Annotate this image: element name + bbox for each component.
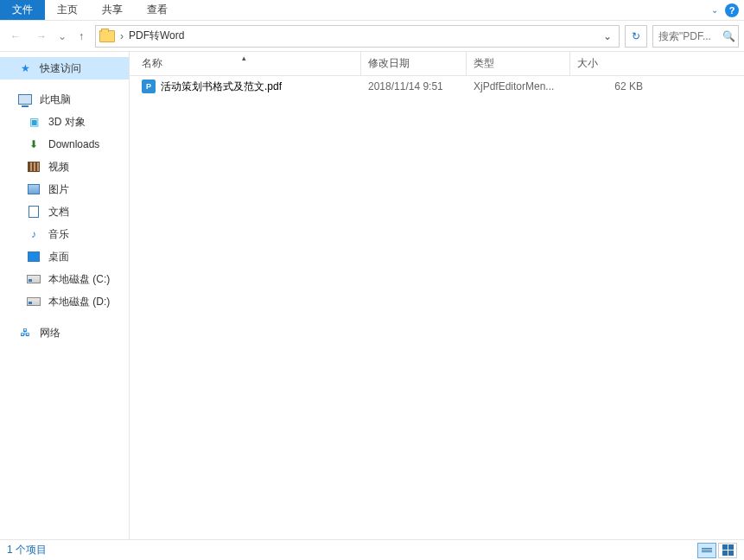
large-icons-view-icon [722, 544, 734, 556]
document-icon [26, 205, 41, 219]
disk-icon [26, 295, 41, 309]
details-view-icon [702, 548, 712, 552]
desktop-icon [26, 250, 41, 264]
column-headers: 名称 ▴ 修改日期 类型 大小 [130, 52, 744, 76]
sidebar-item-3d-objects[interactable]: ▣ 3D 对象 [0, 111, 129, 133]
network-icon: 🖧 [17, 326, 33, 340]
status-item-count: 1 个项目 [7, 543, 47, 557]
nav-forward-button[interactable]: → [31, 26, 52, 47]
search-icon: 🔍 [722, 30, 735, 42]
sidebar-item-label: 网络 [40, 326, 60, 340]
sidebar-item-label: Downloads [48, 138, 99, 150]
sidebar-item-label: 快速访问 [40, 61, 81, 76]
sidebar-item-music[interactable]: ♪ 音乐 [0, 223, 129, 245]
sidebar-item-downloads[interactable]: ⬇ Downloads [0, 133, 129, 156]
file-date: 2018/11/14 9:51 [361, 80, 467, 92]
view-details-button[interactable] [697, 543, 716, 558]
help-icon[interactable]: ? [725, 3, 739, 17]
nav-back-button[interactable]: ← [5, 26, 26, 47]
column-name[interactable]: 名称 ▴ [138, 52, 361, 75]
view-large-icons-button[interactable] [718, 543, 737, 558]
folder-icon [99, 30, 115, 42]
sidebar-item-disk-c[interactable]: 本地磁盘 (C:) [0, 268, 129, 290]
music-icon: ♪ [26, 227, 41, 241]
menu-view[interactable]: 查看 [135, 0, 180, 20]
main-area: ★ 快速访问 此电脑 ▣ 3D 对象 ⬇ Downloads 视频 [0, 52, 744, 539]
file-type: XjPdfEditorMen... [467, 80, 570, 92]
search-input[interactable] [658, 30, 719, 42]
breadcrumb-separator: › [120, 30, 124, 42]
sidebar-item-label: 音乐 [48, 227, 69, 242]
sidebar-item-label: 3D 对象 [48, 115, 86, 130]
file-name: 活动策划书格式及范文.pdf [161, 80, 282, 94]
column-label: 名称 [142, 56, 162, 71]
breadcrumb-folder[interactable]: PDF转Word [129, 29, 595, 43]
file-rows: P 活动策划书格式及范文.pdf 2018/11/14 9:51 XjPdfEd… [130, 76, 744, 539]
video-icon [26, 160, 41, 174]
sidebar-item-label: 文档 [48, 205, 69, 220]
menu-share[interactable]: 共享 [90, 0, 135, 20]
nav-bar: ← → ⌄ ↑ › PDF转Word ⌄ ↻ 🔍 [0, 21, 744, 52]
status-bar: 1 个项目 [0, 539, 744, 560]
download-icon: ⬇ [26, 137, 41, 151]
sidebar-item-label: 本地磁盘 (D:) [48, 295, 110, 309]
sidebar-network[interactable]: 🖧 网络 [0, 321, 129, 344]
address-history-dropdown[interactable]: ⌄ [600, 30, 615, 42]
menu-file[interactable]: 文件 [0, 0, 45, 20]
sidebar-this-pc[interactable]: 此电脑 [0, 88, 129, 111]
nav-recent-dropdown[interactable]: ⌄ [57, 26, 67, 47]
search-box[interactable]: 🔍 [652, 25, 739, 48]
sidebar-item-disk-d[interactable]: 本地磁盘 (D:) [0, 290, 129, 313]
menu-bar: 文件 主页 共享 查看 ⌄ ? [0, 0, 744, 21]
sidebar-item-documents[interactable]: 文档 [0, 200, 129, 223]
file-size: 62 KB [570, 80, 657, 92]
sort-indicator-icon: ▴ [242, 54, 246, 62]
disk-icon [26, 272, 41, 286]
refresh-button[interactable]: ↻ [625, 25, 647, 48]
column-size[interactable]: 大小 [570, 52, 657, 75]
sidebar-item-label: 桌面 [48, 250, 69, 264]
sidebar: ★ 快速访问 此电脑 ▣ 3D 对象 ⬇ Downloads 视频 [0, 52, 130, 539]
sidebar-item-pictures[interactable]: 图片 [0, 178, 129, 200]
ribbon-expand-icon[interactable]: ⌄ [711, 5, 718, 15]
pc-icon [17, 92, 33, 106]
sidebar-item-label: 图片 [48, 182, 69, 197]
address-bar[interactable]: › PDF转Word ⌄ [95, 25, 620, 48]
sidebar-item-label: 此电脑 [40, 92, 71, 107]
file-pane: 名称 ▴ 修改日期 类型 大小 P 活动策划书格式及范文.pdf 2018/11… [130, 52, 744, 539]
nav-up-button[interactable]: ↑ [73, 30, 90, 42]
sidebar-item-desktop[interactable]: 桌面 [0, 245, 129, 268]
column-type[interactable]: 类型 [467, 52, 570, 75]
cube-icon: ▣ [26, 115, 41, 129]
sidebar-item-videos[interactable]: 视频 [0, 156, 129, 178]
image-icon [26, 182, 41, 196]
pdf-icon: P [142, 80, 156, 93]
file-row[interactable]: P 活动策划书格式及范文.pdf 2018/11/14 9:51 XjPdfEd… [130, 76, 744, 97]
sidebar-quick-access[interactable]: ★ 快速访问 [0, 57, 129, 80]
menu-home[interactable]: 主页 [45, 0, 90, 20]
star-icon: ★ [17, 61, 33, 75]
column-date[interactable]: 修改日期 [361, 52, 467, 75]
sidebar-item-label: 本地磁盘 (C:) [48, 272, 110, 287]
sidebar-item-label: 视频 [48, 160, 69, 175]
